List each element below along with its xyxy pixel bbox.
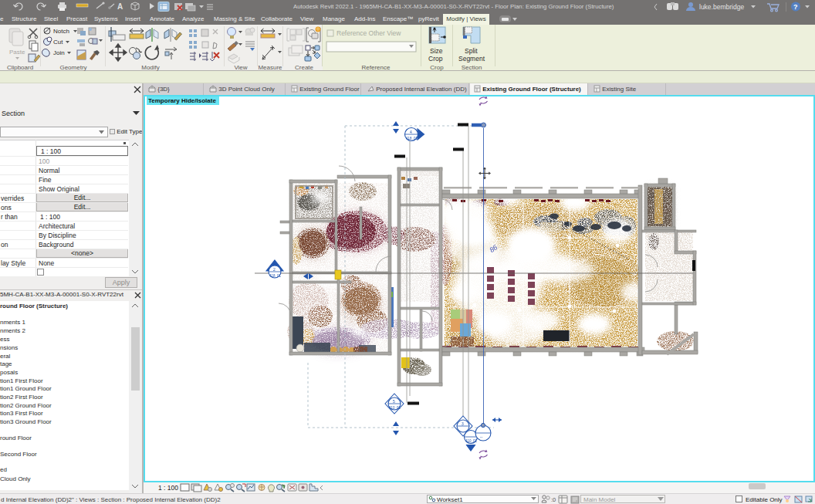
svg-text:Size: Size [430, 47, 443, 55]
svg-text:410_02: 410_02 [465, 439, 478, 443]
svg-text:5: 5 [393, 399, 395, 404]
svg-text:--: -- [480, 435, 483, 439]
svg-text:Split: Split [465, 47, 478, 55]
svg-text:Segment: Segment [458, 55, 485, 63]
svg-text:2: 2 [273, 267, 276, 272]
svg-text:A: A [117, 2, 123, 11]
svg-text:410_01: 410_01 [389, 406, 401, 410]
svg-text:luke.bembridge: luke.bembridge [699, 3, 744, 11]
svg-text:Join: Join [53, 49, 65, 56]
svg-text:Cut: Cut [53, 39, 63, 46]
svg-text:Reference Other View: Reference Other View [336, 29, 401, 37]
svg-text:418_01: 418_01 [269, 274, 282, 278]
svg-text:Paste: Paste [9, 49, 25, 56]
svg-text:418_01: 418_01 [406, 137, 418, 140]
svg-text:1 : 100: 1 : 100 [158, 484, 178, 492]
svg-text:Crop: Crop [428, 55, 443, 63]
svg-text::0: :0 [551, 496, 556, 503]
svg-text:3: 3 [462, 421, 464, 426]
svg-text:Notch: Notch [53, 28, 69, 35]
svg-text:?: ? [793, 3, 798, 11]
svg-text:4: 4 [410, 130, 412, 134]
